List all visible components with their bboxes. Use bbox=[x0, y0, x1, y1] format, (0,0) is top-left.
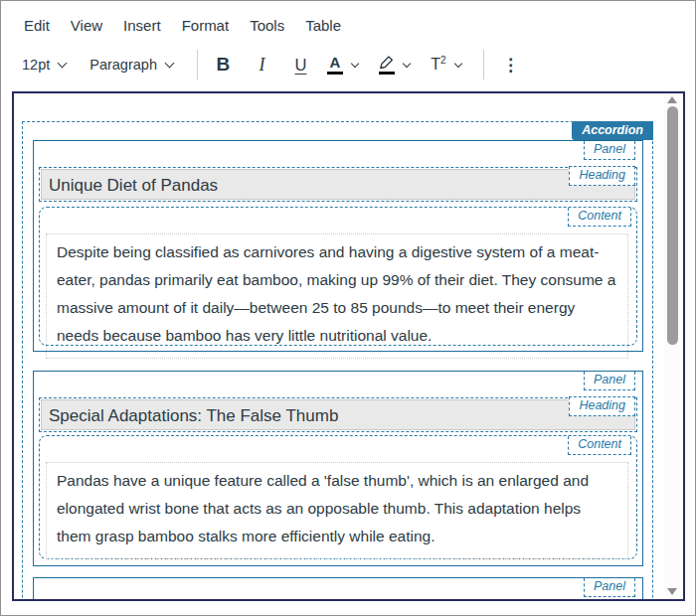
menu-insert[interactable]: Insert bbox=[121, 16, 163, 35]
text-color-icon: A bbox=[327, 55, 343, 76]
chevron-down-icon bbox=[165, 59, 175, 69]
chevron-down-icon[interactable] bbox=[403, 60, 411, 68]
scrollbar-thumb[interactable] bbox=[667, 106, 678, 345]
accordion-panel-2[interactable]: Panel Special Adaptations: The False Thu… bbox=[33, 371, 643, 566]
accordion-tag-badge: Accordion bbox=[572, 121, 653, 140]
panel-2-heading[interactable]: Special Adaptations: The False Thumb bbox=[41, 399, 635, 430]
bold-icon: B bbox=[217, 54, 231, 76]
block-format-value: Paragraph bbox=[89, 57, 157, 73]
editor-body[interactable]: Accordion Panel Unique Diet of Pandas He… bbox=[12, 91, 685, 601]
italic-button[interactable]: I bbox=[243, 49, 281, 80]
panel-tag-badge: Panel bbox=[584, 141, 635, 160]
menu-tools[interactable]: Tools bbox=[248, 16, 286, 35]
toolbar-divider bbox=[197, 50, 198, 79]
block-format-select[interactable]: Paragraph bbox=[89, 57, 173, 73]
chevron-down-icon[interactable] bbox=[454, 60, 462, 68]
text-color-swatch bbox=[327, 72, 343, 76]
text-color-button[interactable]: A bbox=[320, 49, 350, 80]
underline-icon: U bbox=[294, 56, 306, 75]
panel-1-content-text[interactable]: Despite being classified as carnivores a… bbox=[46, 233, 628, 359]
menu-format[interactable]: Format bbox=[180, 16, 232, 35]
toolbar-divider bbox=[483, 50, 484, 79]
accordion-panel-1[interactable]: Panel Unique Diet of Pandas Heading Cont… bbox=[33, 140, 643, 352]
heading-tag-badge: Heading bbox=[569, 396, 635, 416]
panel-tag-badge: Panel bbox=[584, 578, 635, 597]
highlighter-icon bbox=[378, 55, 395, 76]
font-size-value: 12pt bbox=[22, 57, 50, 73]
editor-toolbar: 12pt Paragraph B I U A T2 ⋮ bbox=[1, 48, 695, 81]
scroll-down-arrow-icon[interactable] bbox=[667, 588, 677, 595]
menu-table[interactable]: Table bbox=[303, 16, 343, 35]
rich-content-editor: { "menubar": { "items": ["Edit", "View",… bbox=[0, 0, 696, 616]
bold-button[interactable]: B bbox=[204, 49, 243, 80]
toolbar-overflow-button[interactable]: ⋮ bbox=[502, 55, 519, 76]
panel-2-content-region: Content Pandas have a unique feature cal… bbox=[39, 435, 637, 559]
panel-1-heading-outline: Unique Diet of Pandas Heading bbox=[39, 167, 637, 202]
chevron-down-icon[interactable] bbox=[351, 60, 359, 68]
scroll-up-arrow-icon[interactable] bbox=[667, 96, 677, 103]
content-tag-badge: Content bbox=[568, 436, 631, 455]
font-size-select[interactable]: 12pt bbox=[22, 57, 66, 73]
panel-tag-badge: Panel bbox=[584, 372, 635, 390]
heading-tag-badge: Heading bbox=[569, 166, 635, 186]
menu-edit[interactable]: Edit bbox=[22, 16, 52, 35]
menu-view[interactable]: View bbox=[69, 16, 104, 35]
italic-icon: I bbox=[259, 55, 264, 76]
superscript-icon: T2 bbox=[431, 55, 445, 74]
chevron-down-icon bbox=[58, 59, 68, 69]
panel-1-content-region: Content Despite being classified as carn… bbox=[39, 207, 637, 346]
underline-button[interactable]: U bbox=[281, 49, 320, 80]
panel-2-content-text[interactable]: Pandas have a unique feature called a 'f… bbox=[46, 462, 628, 559]
highlight-color-button[interactable] bbox=[372, 49, 402, 80]
editor-scrollbar[interactable] bbox=[664, 93, 681, 599]
editor-menubar: Edit View Insert Format Tools Table bbox=[1, 1, 695, 35]
content-tag-badge: Content bbox=[568, 208, 631, 227]
highlight-color-swatch bbox=[379, 72, 395, 76]
accordion-block[interactable]: Accordion Panel Unique Diet of Pandas He… bbox=[22, 121, 653, 601]
panel-2-heading-outline: Special Adaptations: The False Thumb Hea… bbox=[39, 397, 637, 432]
panel-1-heading[interactable]: Unique Diet of Pandas bbox=[41, 169, 635, 200]
superscript-button[interactable]: T2 bbox=[424, 49, 453, 80]
accordion-panel-3[interactable]: Panel bbox=[33, 577, 643, 601]
